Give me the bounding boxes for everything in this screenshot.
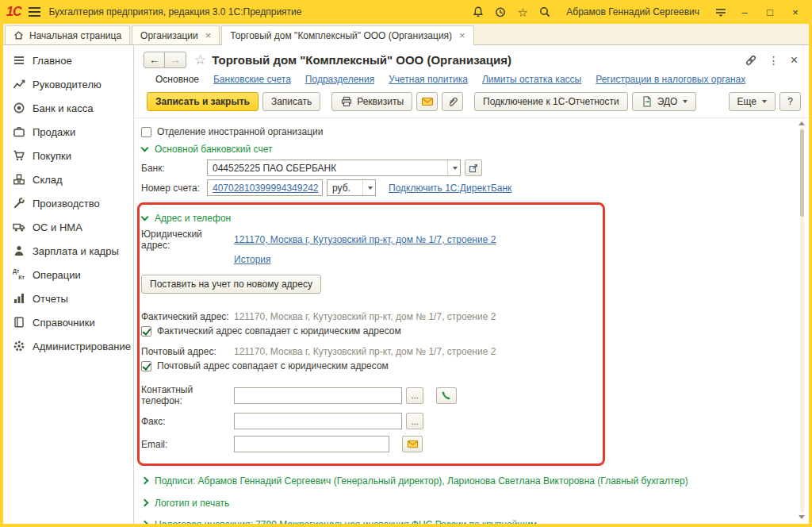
sidebar-label: Справочники xyxy=(33,317,95,329)
nav-bank-accounts[interactable]: Банковские счета xyxy=(213,74,291,85)
close-form-button[interactable]: × xyxy=(791,53,798,67)
wrench-icon xyxy=(13,197,25,210)
chevron-down-icon xyxy=(762,100,767,103)
call-button[interactable] xyxy=(436,387,457,404)
sidebar-item-reports[interactable]: Отчеты xyxy=(3,287,133,310)
actual-same-checkbox[interactable] xyxy=(141,326,151,337)
collapsed-section-signatures[interactable]: Подписи: Абрамов Геннадий Сергеевич (Ген… xyxy=(142,475,793,488)
scroll-down-icon[interactable] xyxy=(799,515,805,519)
sidebar-item-bank-cash[interactable]: Банк и касса xyxy=(3,96,133,120)
notifications-bell-icon[interactable] xyxy=(471,5,485,19)
sidebar-item-production[interactable]: Производство xyxy=(3,191,133,215)
sidebar-item-operations[interactable]: Дт Кт Операции xyxy=(3,263,133,287)
phone-input[interactable] xyxy=(234,387,402,404)
bank-field[interactable]: 044525225 ПАО СБЕРБАНК xyxy=(207,160,461,176)
send-email-button[interactable] xyxy=(416,92,438,111)
open-bank-button[interactable] xyxy=(465,160,482,176)
close-tab-icon[interactable]: × xyxy=(205,29,212,41)
person-icon xyxy=(13,244,25,257)
actual-same-row[interactable]: Фактический адрес совпадает с юридически… xyxy=(141,325,595,337)
postal-same-checkbox[interactable] xyxy=(141,361,151,371)
tab-home-label: Начальная страница xyxy=(29,30,121,41)
address-section-header[interactable]: Адрес и телефон xyxy=(142,213,595,224)
register-new-address-button[interactable]: Поставить на учет по новому адресу xyxy=(141,275,321,294)
favorites-star-icon[interactable]: ☆ xyxy=(515,5,530,19)
bank-dropdown-icon[interactable] xyxy=(447,160,460,175)
sidebar-item-references[interactable]: Справочники xyxy=(3,310,133,334)
sidebar-label: Склад xyxy=(33,174,63,186)
foreign-branch-row[interactable]: Отделение иностранной организации xyxy=(141,126,793,137)
tab-organizations[interactable]: Организации × xyxy=(132,25,220,44)
save-and-close-button[interactable]: Записать и закрыть xyxy=(147,92,259,111)
paperclip-icon xyxy=(446,95,459,108)
sidebar-item-manager[interactable]: Руководителю xyxy=(3,72,133,96)
currency-field[interactable]: руб. xyxy=(327,179,376,196)
legal-address-link[interactable]: 121170, Москва г, Кутузовский пр-кт, дом… xyxy=(234,234,496,245)
service-menu-icon[interactable] xyxy=(714,5,728,19)
history-link[interactable]: История xyxy=(234,254,271,265)
chevron-down-icon xyxy=(141,213,149,221)
sidebar-item-purchases[interactable]: Покупки xyxy=(3,144,133,167)
vertical-scrollbar[interactable] xyxy=(798,121,806,519)
annotation-highlight-box: Адрес и телефон Юридический адрес: 12117… xyxy=(137,202,605,466)
scroll-up-icon[interactable] xyxy=(799,121,805,125)
sidebar-item-main[interactable]: Главное xyxy=(3,48,133,72)
bank-value: 044525225 ПАО СБЕРБАНК xyxy=(208,163,447,174)
nav-departments[interactable]: Подразделения xyxy=(305,74,374,85)
nav-main[interactable]: Основное xyxy=(155,74,199,85)
help-button[interactable]: ? xyxy=(779,92,801,111)
favorite-star-icon[interactable]: ☆ xyxy=(194,53,206,67)
postal-same-row[interactable]: Почтовый адрес совпадает с юридическим а… xyxy=(141,360,595,371)
account-label: Номер счета: xyxy=(141,183,203,194)
sidebar-item-administration[interactable]: Администрирование xyxy=(3,334,133,358)
signatures-label: Подписи: Абрамов Геннадий Сергеевич (Ген… xyxy=(155,475,688,488)
email-input[interactable] xyxy=(234,436,389,452)
nav-cash-limits[interactable]: Лимиты остатка кассы xyxy=(482,74,581,85)
nav-tax-registrations[interactable]: Регистрации в налоговых органах xyxy=(596,74,745,85)
write-email-button[interactable] xyxy=(402,436,423,452)
account-value[interactable]: 40702810399994349242 xyxy=(208,183,322,194)
tab-organization-card[interactable]: Торговый дом "Комплексный" ООО (Организа… xyxy=(221,25,473,44)
edo-button[interactable]: ЭДО xyxy=(632,92,697,111)
sidebar-item-warehouse[interactable]: Склад xyxy=(3,167,133,191)
link-icon[interactable] xyxy=(745,54,757,67)
save-button[interactable]: Записать xyxy=(262,92,320,111)
requisites-button[interactable]: Реквизиты xyxy=(331,92,412,111)
phone-ellipsis-button[interactable]: ... xyxy=(406,387,423,404)
back-button[interactable]: ← xyxy=(144,52,165,68)
scrollbar-thumb[interactable] xyxy=(800,129,804,217)
more-menu-icon[interactable]: ⋮ xyxy=(768,54,779,67)
collapsed-section-tax-inspection[interactable]: Налоговая инспекция: 7799 Межрегиональна… xyxy=(142,519,793,524)
actual-address-value: 121170, Москва г, Кутузовский пр-кт, дом… xyxy=(234,311,496,322)
current-user[interactable]: Абрамов Геннадий Сергеевич xyxy=(566,6,699,17)
history-icon[interactable] xyxy=(493,5,508,19)
sidebar-item-sales[interactable]: Продажи xyxy=(3,120,133,144)
attachments-button[interactable] xyxy=(442,92,463,111)
bank-section-header[interactable]: Основной банковский счет xyxy=(142,144,793,155)
minimize-button[interactable]: – xyxy=(736,4,753,20)
account-field[interactable]: 40702810399994349242 xyxy=(207,179,323,196)
main-menu-icon[interactable] xyxy=(29,7,40,17)
directbank-link[interactable]: Подключить 1С:ДиректБанк xyxy=(389,183,511,194)
help-label: ? xyxy=(787,96,793,107)
ellipsis-label: ... xyxy=(411,417,418,426)
more-button[interactable]: Еще xyxy=(729,92,776,111)
close-window-button[interactable]: × xyxy=(787,4,804,20)
postal-address-label: Почтовый адрес: xyxy=(141,346,230,357)
fax-ellipsis-button[interactable]: ... xyxy=(406,413,423,429)
search-icon[interactable] xyxy=(538,5,552,19)
foreign-branch-checkbox[interactable] xyxy=(141,127,151,137)
maximize-button[interactable]: □ xyxy=(761,4,779,20)
close-tab-icon[interactable]: × xyxy=(459,29,465,41)
collapsed-section-logo-stamp[interactable]: Логотип и печать xyxy=(142,498,793,510)
sidebar-item-fixed-assets[interactable]: ОС и НМА xyxy=(3,215,133,239)
sidebar-label: ОС и НМА xyxy=(33,221,82,233)
currency-dropdown-icon[interactable] xyxy=(362,180,375,195)
connect-1c-reporting-button[interactable]: Подключение к 1С-Отчетности xyxy=(474,92,628,111)
fax-input[interactable] xyxy=(234,413,402,429)
scrollbar-track[interactable] xyxy=(800,128,804,513)
tab-home[interactable]: Начальная страница xyxy=(5,25,130,44)
sidebar-item-payroll-hr[interactable]: Зарплата и кадры xyxy=(3,239,133,263)
nav-accounting-policy[interactable]: Учетная политика xyxy=(389,74,468,85)
forward-button[interactable]: → xyxy=(165,52,186,68)
